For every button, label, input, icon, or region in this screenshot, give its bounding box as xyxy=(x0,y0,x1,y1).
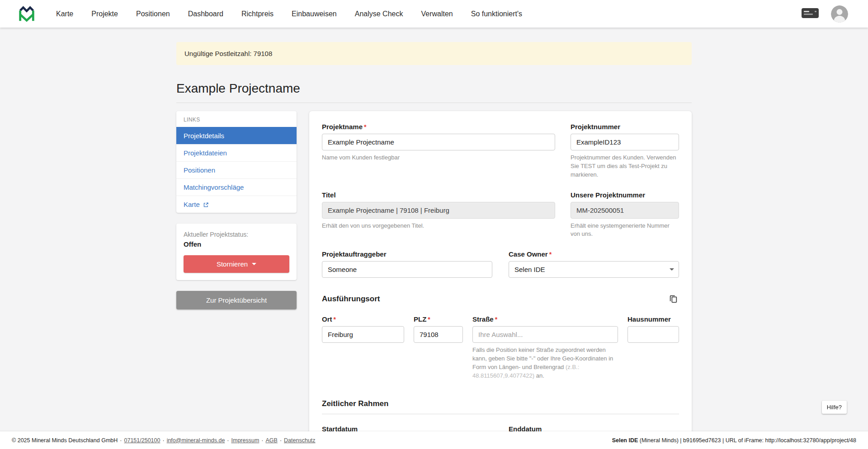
copyright-text: © 2025 Mineral Minds Deutschland GmbH xyxy=(12,437,118,444)
field-projektnummer: Projektnummer Projektnummer des Kunden. … xyxy=(571,123,679,179)
sidebar-item-karte[interactable]: Karte xyxy=(176,196,297,213)
nav-item-positionen[interactable]: Positionen xyxy=(136,10,170,18)
sidebar-item-projektdetails[interactable]: Projektdetails xyxy=(176,127,297,144)
unsere-projektnummer-input xyxy=(571,202,679,219)
unsere-projektnummer-helper: Erhält eine systemgenerierte Nummer von … xyxy=(571,222,679,239)
sidebar-item-label: Positionen xyxy=(184,166,215,174)
titel-helper: Erhält den von uns vorgegebenen Titel. xyxy=(322,222,555,230)
section-ausfuehrungsort: Ausführungsort xyxy=(322,293,679,304)
field-plz: PLZ* xyxy=(414,315,463,380)
links-card: LINKS Projektdetails Projektdateien Posi… xyxy=(176,111,297,213)
project-overview-button[interactable]: Zur Projektübersicht xyxy=(176,291,297,309)
hausnummer-label: Hausnummer xyxy=(627,315,679,323)
section-ausfuehrungsort-title: Ausführungsort xyxy=(322,295,380,304)
field-projektname: Projektname* Name vom Kunden festlegbar xyxy=(322,123,555,179)
sidebar-item-positionen[interactable]: Positionen xyxy=(176,161,297,178)
field-unsere-projektnummer: Unsere Projektnummer Erhält eine systemg… xyxy=(571,191,679,239)
nav-item-richtpreis[interactable]: Richtpreis xyxy=(241,10,274,18)
field-titel: Titel Erhält den von uns vorgegebenen Ti… xyxy=(322,191,555,239)
links-header: LINKS xyxy=(176,111,297,127)
help-button[interactable]: Hilfe? xyxy=(822,401,847,414)
footer-impressum-link[interactable]: Impressum xyxy=(231,437,259,444)
strasse-helper: Falls die Position keiner Straße zugeord… xyxy=(472,346,618,380)
nav-menu: Karte Projekte Positionen Dashboard Rich… xyxy=(56,10,522,18)
footer-email-link[interactable]: info@mineral-minds.de xyxy=(167,437,225,444)
plz-label: PLZ* xyxy=(414,315,463,323)
navbar-right xyxy=(801,5,848,23)
alert-warning: Ungültige Postleitzahl: 79108 xyxy=(176,42,692,65)
user-avatar[interactable] xyxy=(831,5,848,23)
external-link-icon xyxy=(203,201,209,207)
footer-left: © 2025 Mineral Minds Deutschland GmbH·07… xyxy=(12,437,316,444)
device-icon[interactable] xyxy=(801,7,819,21)
top-navbar: Karte Projekte Positionen Dashboard Rich… xyxy=(0,0,868,28)
status-card: Aktueller Projektstatus: Offen Storniere… xyxy=(176,224,297,280)
page-title: Example Projectname xyxy=(176,81,692,96)
nav-item-einbauweisen[interactable]: Einbauweisen xyxy=(292,10,337,18)
projektauftraggeber-label: Projektauftraggeber xyxy=(322,250,492,258)
footer-right: Selen IDE (Mineral Minds) | b91695ed7623… xyxy=(612,437,856,444)
ort-label: Ort* xyxy=(322,315,404,323)
case-owner-select[interactable]: Selen IDE xyxy=(509,261,679,278)
projektname-input[interactable] xyxy=(322,134,555,150)
nav-item-so-funktionierts[interactable]: So funktioniert's xyxy=(471,10,522,18)
projektnummer-helper: Projektnummer des Kunden. Verwenden Sie … xyxy=(571,154,679,179)
footer: © 2025 Mineral Minds Deutschland GmbH·07… xyxy=(0,431,868,449)
footer-agb-link[interactable]: AGB xyxy=(266,437,278,444)
unsere-projektnummer-label: Unsere Projektnummer xyxy=(571,191,679,199)
field-ort: Ort* xyxy=(322,315,404,380)
cancel-project-button[interactable]: Stornieren xyxy=(184,255,289,273)
sidebar: LINKS Projektdetails Projektdateien Posi… xyxy=(176,111,297,309)
case-owner-label: Case Owner* xyxy=(509,250,679,258)
nav-item-projekte[interactable]: Projekte xyxy=(91,10,118,18)
title-divider xyxy=(176,103,692,103)
sidebar-item-label: Matchingvorschläge xyxy=(184,183,244,191)
section-zeitlicher-rahmen-title: Zeitlicher Rahmen xyxy=(322,399,388,408)
projektauftraggeber-input[interactable] xyxy=(322,261,492,278)
nav-item-dashboard[interactable]: Dashboard xyxy=(188,10,223,18)
field-strasse: Straße* Falls die Position keiner Straße… xyxy=(472,315,618,380)
nav-item-verwalten[interactable]: Verwalten xyxy=(421,10,453,18)
sidebar-item-matchingvorschlaege[interactable]: Matchingvorschläge xyxy=(176,178,297,196)
sidebar-item-projektdateien[interactable]: Projektdateien xyxy=(176,144,297,161)
required-asterisk: * xyxy=(334,316,336,323)
field-hausnummer: Hausnummer xyxy=(627,315,679,380)
titel-label: Titel xyxy=(322,191,555,199)
sidebar-item-label: Karte xyxy=(184,201,200,208)
field-projektauftraggeber: Projektauftraggeber xyxy=(322,250,492,278)
chevron-down-icon xyxy=(670,268,674,271)
footer-datenschutz-link[interactable]: Datenschutz xyxy=(284,437,315,444)
field-case-owner: Case Owner* Selen IDE xyxy=(509,250,679,278)
projektname-helper: Name vom Kunden festlegbar xyxy=(322,154,555,162)
main-area: Ungültige Postleitzahl: 79108 Example Pr… xyxy=(0,42,868,449)
hausnummer-input[interactable] xyxy=(627,326,679,343)
copy-icon xyxy=(669,294,678,304)
caret-down-icon xyxy=(252,263,256,265)
footer-phone-link[interactable]: 07151/250100 xyxy=(124,437,160,444)
section-zeitlicher-rahmen: Zeitlicher Rahmen xyxy=(322,399,679,408)
section-divider xyxy=(322,414,679,414)
required-asterisk: * xyxy=(495,316,497,323)
footer-session-owner: Selen IDE xyxy=(612,437,638,444)
projektnummer-label: Projektnummer xyxy=(571,123,679,131)
case-owner-selected-value: Selen IDE xyxy=(509,261,679,278)
titel-input xyxy=(322,202,555,219)
copy-address-button[interactable] xyxy=(668,293,679,304)
brand-logo-icon[interactable] xyxy=(17,5,36,23)
status-value: Offen xyxy=(184,240,289,248)
projektnummer-input[interactable] xyxy=(571,134,679,150)
strasse-label: Straße* xyxy=(472,315,618,323)
footer-session-info: (Mineral Minds) | b91695ed7623 | URL of … xyxy=(638,437,856,444)
sidebar-item-label: Projektdetails xyxy=(184,132,224,140)
required-asterisk: * xyxy=(428,316,430,323)
nav-item-analyse-check[interactable]: Analyse Check xyxy=(355,10,403,18)
plz-input[interactable] xyxy=(414,326,463,343)
status-label: Aktueller Projektstatus: xyxy=(184,231,289,238)
ort-input[interactable] xyxy=(322,326,404,343)
nav-item-karte[interactable]: Karte xyxy=(56,10,73,18)
cancel-project-label: Stornieren xyxy=(217,260,248,268)
required-asterisk: * xyxy=(364,123,366,131)
strasse-input[interactable] xyxy=(472,326,618,343)
required-asterisk: * xyxy=(549,251,552,258)
projektname-label: Projektname* xyxy=(322,123,555,131)
